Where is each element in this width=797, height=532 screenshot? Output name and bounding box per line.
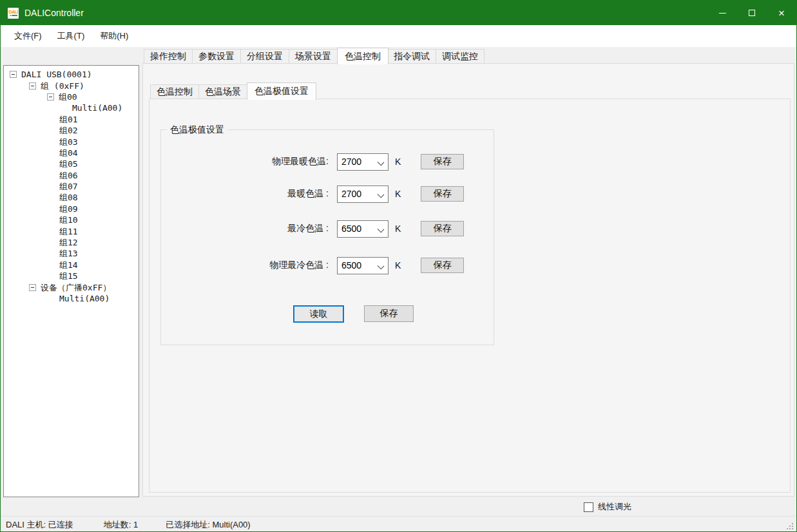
- tree-expander-icon[interactable]: [29, 82, 36, 90]
- action-button-row: 读取 保存: [161, 305, 494, 323]
- tree-item[interactable]: 组02: [4, 125, 139, 136]
- tree-item-label: 组03: [59, 137, 78, 147]
- tree-item[interactable]: 组12: [4, 237, 139, 248]
- minimize-button[interactable]: [707, 1, 737, 25]
- save-all-button[interactable]: 保存: [364, 305, 414, 322]
- menu-item-2[interactable]: 帮助(H): [92, 25, 136, 47]
- tab-main-5[interactable]: 指令调试: [388, 49, 436, 64]
- row-save-button[interactable]: 保存: [421, 186, 464, 202]
- tree-item-label: 组13: [59, 248, 78, 259]
- ct-value-combobox[interactable]: 2700: [337, 185, 389, 203]
- groupbox-title: 色温极值设置: [167, 124, 227, 135]
- tab-main-4[interactable]: 色温控制: [337, 48, 389, 64]
- tree-item[interactable]: 组05: [4, 158, 139, 169]
- tab-main-3[interactable]: 场景设置: [289, 49, 338, 64]
- tree-item[interactable]: 组08: [4, 192, 139, 203]
- status-selected-address: 已选择地址: Multi(A00): [166, 519, 250, 531]
- tab-main-1[interactable]: 参数设置: [193, 49, 241, 64]
- tree-item[interactable]: 设备（广播0xFF）: [4, 281, 139, 292]
- app-logo-colorbar: [10, 15, 17, 16]
- close-icon: ×: [778, 8, 785, 19]
- ct-value-combobox[interactable]: 2700: [337, 153, 389, 171]
- tree-item[interactable]: 组03: [4, 136, 139, 147]
- tree-item-label: 组05: [59, 158, 78, 169]
- tree-item[interactable]: 组04: [4, 147, 139, 158]
- chevron-down-icon[interactable]: [375, 186, 388, 202]
- chevron-down-icon[interactable]: [375, 221, 388, 237]
- tree-item[interactable]: 组11: [4, 225, 139, 236]
- tree-item[interactable]: 组 (0xFF): [4, 80, 139, 91]
- maximize-icon: [749, 10, 755, 16]
- close-button[interactable]: ×: [767, 1, 796, 25]
- tree-expander-icon[interactable]: [29, 284, 36, 291]
- app-logo-icon: DALI: [8, 8, 19, 19]
- tree-item-label: 组10: [59, 214, 78, 225]
- tree-item-label: 组04: [59, 147, 78, 158]
- combo-selected-value: 2700: [338, 157, 375, 167]
- tree-expander-icon[interactable]: [47, 93, 54, 100]
- tab-main-2[interactable]: 分组设置: [241, 49, 289, 64]
- titlebar: DALI DALIController ×: [1, 1, 796, 25]
- tree-item[interactable]: 组06: [4, 170, 139, 181]
- tree-item[interactable]: Multi(A00): [4, 293, 139, 304]
- combo-selected-value: 2700: [338, 189, 375, 199]
- tree-item-label: 组07: [59, 181, 78, 192]
- combo-selected-value: 6500: [338, 223, 375, 234]
- menu-item-1[interactable]: 工具(T): [50, 25, 93, 47]
- maximize-button[interactable]: [737, 1, 767, 25]
- tree-item[interactable]: 组13: [4, 248, 139, 259]
- tree-item-label: 组12: [59, 237, 78, 248]
- chevron-down-icon[interactable]: [375, 258, 388, 274]
- tree-item[interactable]: 组07: [4, 181, 139, 192]
- ct-value-combobox[interactable]: 6500: [337, 257, 389, 274]
- tree-item-label: Multi(A00): [59, 293, 110, 304]
- tree-item-label: 组14: [59, 260, 78, 271]
- tree-item-label: DALI USB(0001): [21, 69, 92, 80]
- tree-item-label: 组11: [59, 226, 78, 237]
- tab-sub-1[interactable]: 色温场景: [199, 84, 247, 99]
- tree-item[interactable]: 组00: [4, 91, 139, 102]
- unit-label: K: [395, 260, 401, 271]
- main-tab-strip: 操作控制参数设置分组设置场景设置色温控制指令调试调试监控: [144, 47, 485, 64]
- ct-limit-row-1: 最暖色温 :2700K保存: [161, 185, 464, 203]
- row-save-button[interactable]: 保存: [421, 221, 464, 236]
- tree-item[interactable]: 组01: [4, 114, 139, 125]
- window-title: DALIController: [24, 8, 707, 18]
- chevron-down-icon[interactable]: [375, 154, 388, 170]
- tree-item-label: Multi(A00): [72, 102, 122, 113]
- tree-item[interactable]: 组14: [4, 260, 139, 271]
- tree-item-label: 组 (0xFF): [41, 81, 84, 91]
- ct-limit-row-0: 物理最暖色温:2700K保存: [161, 153, 464, 171]
- ct-limit-label: 最冷色温 :: [161, 223, 329, 234]
- tree-item[interactable]: DALI USB(0001): [4, 69, 139, 80]
- status-address-count: 地址数: 1: [104, 519, 138, 531]
- ct-limit-label: 物理最冷色温 :: [161, 260, 329, 271]
- tab-sub-2[interactable]: 色温极值设置: [247, 82, 316, 100]
- row-save-button[interactable]: 保存: [421, 258, 464, 273]
- ct-limit-row-2: 最冷色温 :6500K保存: [161, 220, 464, 238]
- ct-limits-groupbox: 色温极值设置 物理最暖色温:2700K保存最暖色温 :2700K保存最冷色温 :…: [160, 129, 494, 345]
- tree-expander-icon[interactable]: [10, 71, 17, 78]
- tab-main-6[interactable]: 调试监控: [436, 49, 485, 64]
- linear-dimming-option[interactable]: 线性调光: [584, 501, 631, 513]
- read-button[interactable]: 读取: [293, 305, 344, 323]
- tree-item-label: 组00: [59, 91, 77, 102]
- menubar: 文件(F)工具(T)帮助(H): [1, 25, 796, 47]
- resize-grip-icon[interactable]: [787, 523, 794, 531]
- unit-label: K: [395, 157, 401, 167]
- tree-item[interactable]: 组15: [4, 271, 139, 281]
- ct-value-combobox[interactable]: 6500: [337, 220, 389, 238]
- linear-dimming-checkbox[interactable]: [584, 502, 593, 512]
- tree-item-label: 组06: [59, 170, 78, 181]
- tree-item[interactable]: Multi(A00): [4, 102, 139, 113]
- tab-main-0[interactable]: 操作控制: [144, 49, 193, 64]
- row-save-button[interactable]: 保存: [421, 154, 464, 169]
- tree-item[interactable]: 组10: [4, 214, 139, 225]
- tree-item[interactable]: 组09: [4, 204, 139, 214]
- combo-selected-value: 6500: [338, 260, 375, 271]
- tree-item-label: 组15: [59, 271, 78, 281]
- menu-item-0[interactable]: 文件(F): [6, 25, 50, 47]
- ct-limit-label: 最暖色温 :: [161, 188, 329, 200]
- tab-sub-0[interactable]: 色温控制: [150, 84, 199, 99]
- device-tree[interactable]: DALI USB(0001)组 (0xFF)组00Multi(A00)组01组0…: [3, 65, 139, 497]
